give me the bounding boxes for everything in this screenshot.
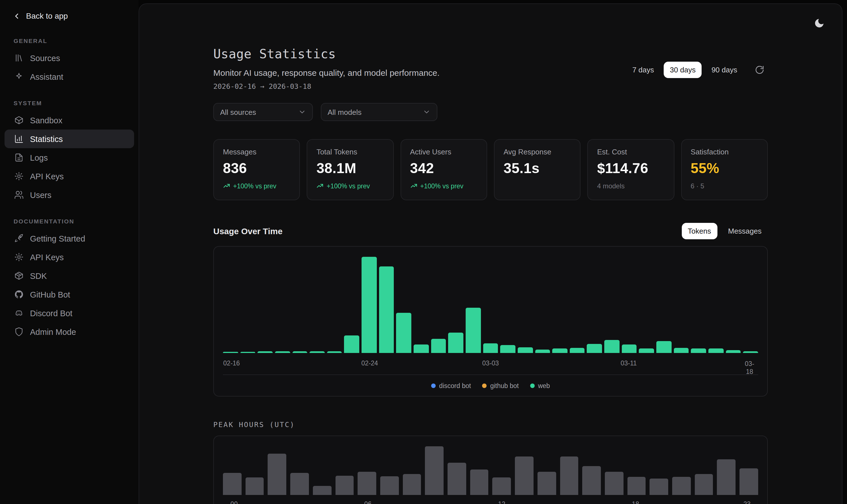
sidebar-item-github-bot[interactable]: GitHub Bot <box>4 285 134 304</box>
usage-bar-stack <box>483 343 498 353</box>
usage-bar-segment <box>501 345 516 353</box>
usage-bar-stack <box>223 352 238 353</box>
usage-bar <box>639 348 654 353</box>
stat-sub: 4 models <box>597 182 665 190</box>
usage-bar-segment <box>362 257 377 353</box>
usage-bar <box>570 348 585 353</box>
peak-hour-bar <box>650 479 668 495</box>
usage-bar <box>621 344 636 353</box>
usage-bar-segment <box>309 351 324 353</box>
sidebar-item-api-keys[interactable]: API Keys <box>4 167 134 185</box>
usage-x-labels: 02-1602-2403-0303-1103-18 <box>223 358 758 373</box>
stat-delta: +100% vs prev <box>410 182 477 190</box>
main-panel: Usage Statistics Monitor AI usage, respo… <box>139 3 843 504</box>
stat-label: Messages <box>223 148 290 156</box>
range-option-7-days[interactable]: 7 days <box>626 62 660 78</box>
usage-bar-segment <box>292 351 307 353</box>
usage-bar <box>431 339 446 353</box>
sidebar-item-label: API Keys <box>30 253 64 262</box>
sidebar-item-label: Admin Mode <box>30 327 76 336</box>
usage-bar <box>275 351 290 353</box>
sidebar-item-sandbox[interactable]: Sandbox <box>4 111 134 129</box>
refresh-icon <box>755 65 764 75</box>
usage-bar-stack <box>587 344 602 353</box>
usage-bar <box>604 340 619 353</box>
toggle-option-messages[interactable]: Messages <box>722 223 768 239</box>
back-to-app-button[interactable]: Back to app <box>0 7 139 24</box>
sidebar-item-label: Assistant <box>30 72 64 81</box>
peak-hour-bar <box>515 456 533 495</box>
usage-bar-stack <box>292 351 307 353</box>
usage-bar-segment <box>258 351 273 353</box>
peak-hour-bar <box>402 474 421 495</box>
stat-value: 38.1M <box>317 160 384 177</box>
usage-bar-stack <box>414 344 429 353</box>
stat-delta-text: +100% vs prev <box>327 182 370 189</box>
trending-up-icon <box>410 182 417 190</box>
sidebar-item-sources[interactable]: Sources <box>4 49 134 67</box>
usage-bar-stack <box>552 348 567 353</box>
usage-bar-segment <box>535 349 550 353</box>
stats-grid: Messages836+100% vs prevTotal Tokens38.1… <box>213 139 768 200</box>
usage-bar-segment <box>708 348 723 353</box>
moon-icon <box>814 18 825 29</box>
usage-bar <box>309 351 324 353</box>
sidebar-item-admin-mode[interactable]: Admin Mode <box>4 322 134 341</box>
sources-icon <box>14 53 24 63</box>
legend-label: discord bot <box>439 382 471 389</box>
sidebar-item-logs[interactable]: Logs <box>4 148 134 167</box>
assistant-icon <box>14 72 24 82</box>
peak-hour-bar <box>470 469 488 495</box>
usage-bar <box>552 348 567 353</box>
usage-bar-segment <box>240 352 255 353</box>
legend-dot <box>482 383 487 388</box>
usage-bar-segment <box>448 332 463 353</box>
sidebar-section-title: SYSTEM <box>14 100 139 106</box>
usage-bar-segment <box>518 347 533 353</box>
page-header-text: Usage Statistics Monitor AI usage, respo… <box>213 47 439 90</box>
usage-bar <box>483 343 498 353</box>
usage-bar-segment <box>656 341 671 353</box>
stat-label: Est. Cost <box>597 148 665 156</box>
x-axis-label: 02-24 <box>361 360 378 366</box>
sidebar-item-api-keys[interactable]: API Keys <box>4 248 134 266</box>
x-axis-label: 02-16 <box>223 360 240 366</box>
sidebar-item-discord-bot[interactable]: Discord Bot <box>4 304 134 322</box>
sidebar-item-sdk[interactable]: SDK <box>4 266 134 285</box>
range-option-30-days[interactable]: 30 days <box>664 62 702 78</box>
stat-delta: +100% vs prev <box>317 182 384 190</box>
usage-bar-stack <box>431 339 446 353</box>
range-option-90-days[interactable]: 90 days <box>705 62 743 78</box>
refresh-button[interactable] <box>751 62 768 78</box>
peak-hour-bar <box>335 476 354 495</box>
trending-up-icon <box>317 182 324 190</box>
toggle-option-tokens[interactable]: Tokens <box>682 223 717 239</box>
sidebar-item-label: Logs <box>30 153 48 162</box>
usage-bar-segment <box>570 348 585 353</box>
usage-bar <box>691 348 706 353</box>
legend-label: web <box>538 382 550 389</box>
peak-hour-bar <box>448 463 466 495</box>
sidebar-item-statistics[interactable]: Statistics <box>4 129 134 148</box>
model-filter-select[interactable]: All models <box>321 103 437 121</box>
sidebar-section-title: DOCUMENTATION <box>14 218 139 224</box>
sidebar-item-getting-started[interactable]: Getting Started <box>4 229 134 248</box>
sidebar-item-assistant[interactable]: Assistant <box>4 67 134 86</box>
peak-hour-bar <box>425 446 444 495</box>
stat-label: Avg Response <box>504 148 571 156</box>
sidebar-item-users[interactable]: Users <box>4 185 134 204</box>
legend-dot <box>530 383 535 388</box>
toggle-group: TokensMessages <box>682 223 768 239</box>
usage-bar-stack <box>691 348 706 353</box>
source-filter-value: All sources <box>220 108 256 116</box>
usage-bar <box>327 351 342 353</box>
theme-toggle-button[interactable] <box>810 14 828 32</box>
sidebar-item-label: Discord Bot <box>30 309 72 318</box>
usage-bar-segment <box>483 343 498 353</box>
source-filter-select[interactable]: All sources <box>213 103 313 121</box>
usage-bar-segment <box>327 351 342 353</box>
legend-dot <box>431 383 436 388</box>
usage-bar-stack <box>309 351 324 353</box>
stat-card-active-users: Active Users342+100% vs prev <box>400 139 487 200</box>
usage-bar-stack <box>518 347 533 353</box>
